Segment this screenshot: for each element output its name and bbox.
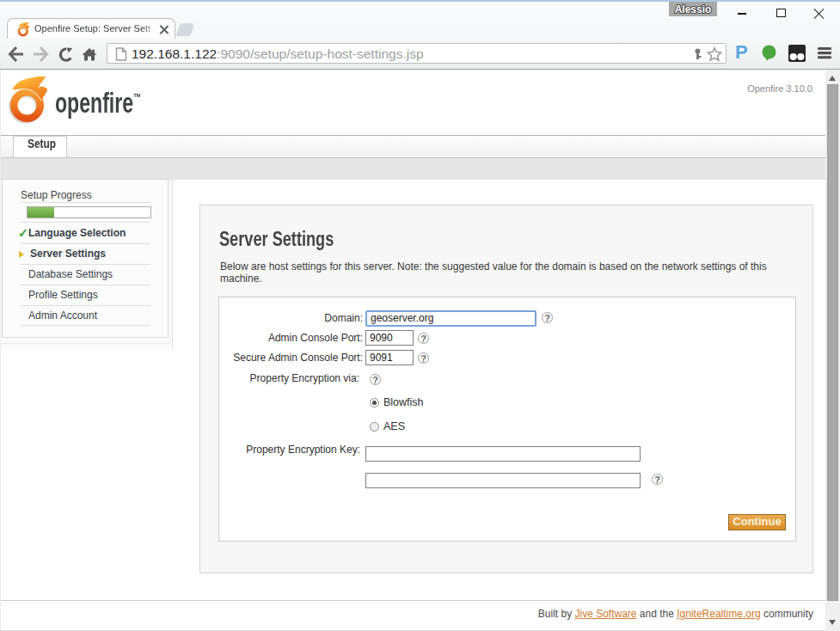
svg-text:Alessio: Alessio bbox=[675, 3, 712, 15]
